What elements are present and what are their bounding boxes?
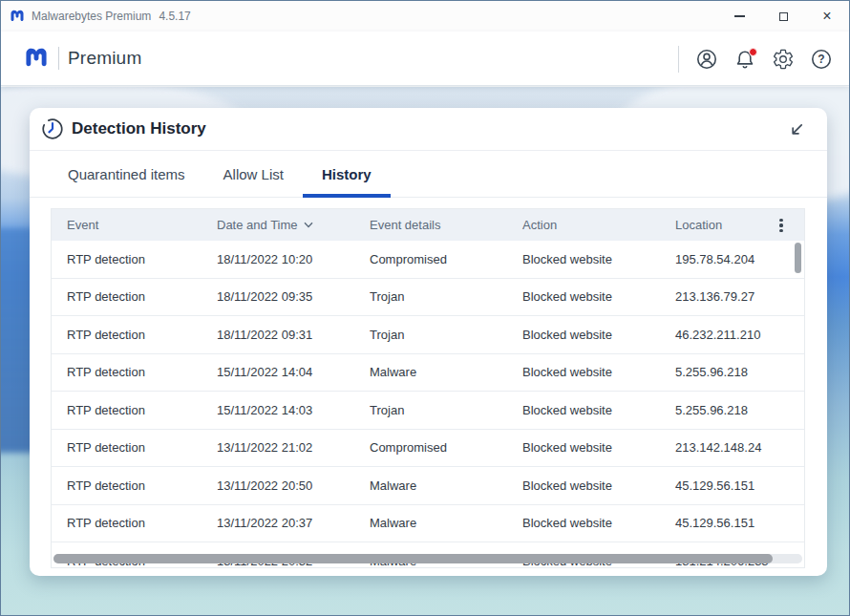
column-header-label: Date and Time bbox=[217, 218, 298, 232]
app-version: 4.5.17 bbox=[159, 10, 190, 23]
cell-action: Blocked website bbox=[522, 365, 675, 379]
column-header-action: Action bbox=[522, 218, 675, 232]
titlebar: Malwarebytes Premium 4.5.17 × bbox=[1, 1, 849, 32]
page-title: Detection History bbox=[72, 119, 206, 138]
close-button[interactable]: × bbox=[805, 1, 849, 32]
appbar-actions: ? bbox=[678, 32, 840, 86]
arrow-down-left-icon bbox=[787, 120, 806, 139]
help-button[interactable]: ? bbox=[802, 40, 840, 78]
tab-label: History bbox=[322, 166, 372, 182]
cell-date: 15/11/2022 14:03 bbox=[217, 403, 370, 417]
tab-label: Quarantined items bbox=[68, 166, 185, 182]
cell-action: Blocked website bbox=[522, 440, 675, 455]
tab-quarantined-items[interactable]: Quarantined items bbox=[49, 151, 204, 197]
cell-location: 45.129.56.151 bbox=[675, 478, 781, 493]
cell-date: 15/11/2022 14:04 bbox=[217, 365, 370, 379]
help-icon: ? bbox=[810, 48, 833, 71]
tab-bar: Quarantined items Allow List History bbox=[30, 151, 827, 198]
cell-details: Trojan bbox=[370, 328, 522, 342]
cell-details: Trojan bbox=[370, 403, 522, 417]
main-content: Detection History Quarantined items Allo… bbox=[1, 87, 849, 615]
table-row[interactable]: RTP detection18/11/2022 10:20Compromised… bbox=[52, 241, 804, 279]
cell-action: Blocked website bbox=[522, 478, 675, 493]
cell-location: 213.142.148.24 bbox=[675, 440, 781, 455]
cell-date: 13/11/2022 20:37 bbox=[217, 516, 370, 530]
cell-action: Blocked website bbox=[522, 289, 675, 304]
cell-details: Compromised bbox=[370, 440, 522, 455]
cell-event: RTP detection bbox=[67, 403, 217, 417]
window-title: Malwarebytes Premium bbox=[32, 10, 151, 23]
cell-details: Compromised bbox=[370, 252, 522, 266]
tab-label: Allow List bbox=[223, 166, 284, 182]
window-controls: × bbox=[717, 1, 849, 32]
account-icon bbox=[695, 48, 718, 71]
brand-name: Premium bbox=[68, 48, 141, 69]
cell-event: RTP detection bbox=[67, 478, 217, 493]
cell-location: 5.255.96.218 bbox=[675, 365, 781, 379]
tab-allow-list[interactable]: Allow List bbox=[204, 151, 303, 197]
malwarebytes-logo-icon bbox=[10, 9, 25, 24]
cell-date: 13/11/2022 20:50 bbox=[217, 478, 370, 493]
cell-event: RTP detection bbox=[67, 440, 217, 455]
column-header-details: Event details bbox=[370, 218, 522, 232]
table-row[interactable]: RTP detection18/11/2022 09:31TrojanBlock… bbox=[52, 316, 804, 354]
table-row[interactable]: RTP detection13/11/2022 20:37MalwareBloc… bbox=[52, 505, 804, 543]
collapse-button[interactable] bbox=[785, 118, 808, 141]
cell-location: 213.136.79.27 bbox=[675, 289, 781, 304]
cell-date: 13/11/2022 21:02 bbox=[217, 440, 370, 455]
cell-date: 18/11/2022 09:31 bbox=[217, 328, 370, 342]
cell-event: RTP detection bbox=[67, 328, 217, 342]
cell-details: Trojan bbox=[370, 289, 522, 304]
table-row[interactable]: RTP detection15/11/2022 14:04MalwareBloc… bbox=[52, 354, 804, 393]
close-icon: × bbox=[822, 9, 831, 24]
cell-location: 5.255.96.218 bbox=[675, 403, 781, 417]
svg-text:?: ? bbox=[818, 53, 824, 66]
cell-action: Blocked website bbox=[522, 403, 675, 417]
clock-history-icon bbox=[40, 117, 65, 141]
horizontal-scrollbar[interactable] bbox=[53, 554, 802, 563]
table-row[interactable]: RTP detection13/11/2022 21:02Compromised… bbox=[52, 430, 804, 468]
appbar-actions-divider bbox=[678, 46, 679, 73]
notification-dot bbox=[749, 48, 757, 56]
table-header: Event Date and Time Event details Action… bbox=[52, 209, 804, 241]
brand-divider bbox=[58, 47, 59, 70]
detection-history-card: Detection History Quarantined items Allo… bbox=[30, 108, 827, 576]
settings-button[interactable] bbox=[764, 40, 802, 78]
cell-details: Malware bbox=[370, 365, 522, 379]
history-table: Event Date and Time Event details Action… bbox=[51, 208, 805, 568]
cell-details: Malware bbox=[370, 478, 522, 493]
table-body: RTP detection18/11/2022 10:20Compromised… bbox=[52, 241, 804, 567]
maximize-icon bbox=[779, 12, 788, 21]
malwarebytes-logo-icon bbox=[24, 46, 49, 71]
cell-details: Malware bbox=[370, 516, 522, 530]
cell-event: RTP detection bbox=[67, 516, 217, 530]
table-row[interactable]: RTP detection18/11/2022 09:35TrojanBlock… bbox=[52, 279, 804, 317]
cell-date: 18/11/2022 09:35 bbox=[217, 289, 370, 304]
kebab-menu-icon bbox=[779, 219, 782, 222]
card-header: Detection History bbox=[30, 108, 827, 151]
column-header-location: Location bbox=[675, 218, 781, 232]
cell-event: RTP detection bbox=[67, 365, 217, 379]
horizontal-scrollbar-thumb[interactable] bbox=[53, 554, 773, 563]
cell-event: RTP detection bbox=[67, 252, 217, 266]
account-button[interactable] bbox=[688, 40, 726, 78]
notifications-button[interactable] bbox=[726, 40, 764, 78]
table-menu-button[interactable] bbox=[772, 215, 791, 236]
vertical-scrollbar-thumb[interactable] bbox=[795, 243, 801, 273]
cell-event: RTP detection bbox=[67, 289, 217, 304]
cell-location: 45.129.56.151 bbox=[675, 516, 781, 530]
appbar: Premium bbox=[1, 32, 849, 86]
gear-icon bbox=[772, 48, 795, 71]
maximize-button[interactable] bbox=[761, 1, 805, 32]
cell-action: Blocked website bbox=[522, 516, 675, 530]
cell-date: 18/11/2022 10:20 bbox=[217, 252, 370, 266]
table-row[interactable]: RTP detection15/11/2022 14:03TrojanBlock… bbox=[52, 392, 804, 430]
cell-action: Blocked website bbox=[522, 328, 675, 342]
kebab-menu-icon bbox=[779, 223, 782, 226]
minimize-button[interactable] bbox=[717, 1, 761, 32]
column-header-date[interactable]: Date and Time bbox=[217, 218, 370, 232]
column-header-event: Event bbox=[67, 218, 217, 232]
table-row[interactable]: RTP detection13/11/2022 20:50MalwareBloc… bbox=[52, 467, 804, 505]
app-window: Malwarebytes Premium 4.5.17 × Premium bbox=[0, 0, 850, 616]
tab-history[interactable]: History bbox=[303, 151, 391, 197]
